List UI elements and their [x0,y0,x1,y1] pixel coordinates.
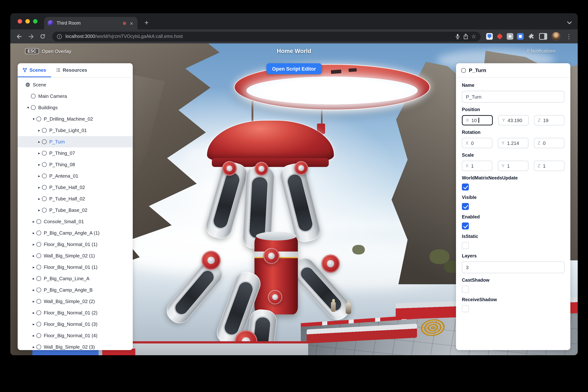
castshadow-checkbox[interactable] [462,286,469,293]
tab-close-icon[interactable]: × [129,20,134,26]
tree-row[interactable]: ▸P_Tube_Light_01 [18,125,133,136]
isstatic-checkbox[interactable] [462,242,469,249]
tree-row[interactable]: ▸P_Thing_07 [18,148,133,159]
tree-row[interactable]: ▸Wall_Big_Simple_02 (1) [18,250,133,262]
rotation-x-input[interactable]: X0 [462,138,492,148]
expander-closed-icon[interactable]: ▸ [36,128,42,132]
enabled-checkbox[interactable] [462,222,469,230]
bookmark-star-icon[interactable]: ☆ [471,33,476,40]
expander-closed-icon[interactable]: ▸ [31,220,36,224]
side-panel-icon[interactable] [538,31,548,42]
expander-closed-icon[interactable]: ▸ [31,242,36,246]
tree-row[interactable]: ▸Wall_Big_Simple_02 (2) [18,296,133,307]
expander-closed-icon[interactable]: ▸ [36,197,42,201]
expander-closed-icon[interactable]: ▸ [36,174,42,178]
profile-avatar[interactable] [552,32,560,41]
name-input[interactable]: P_Turn [462,91,564,102]
new-tab-button[interactable]: + [142,18,151,27]
reload-button[interactable] [38,31,48,42]
expander-closed-icon[interactable]: ▸ [36,185,42,190]
tree-row[interactable]: ▸P_Tube_Half_02 [18,182,133,193]
visible-checkbox[interactable] [462,203,469,210]
extension-shield-icon[interactable] [486,33,493,40]
property-label: ReceiveShadow [462,297,564,302]
property-label: Enabled [462,214,564,220]
expander-closed-icon[interactable]: ▸ [31,322,36,326]
text-caret [478,118,479,123]
worldmatrixneedsupdate-checkbox[interactable] [462,184,469,190]
scale-x-input[interactable]: X1 [462,161,492,171]
expander-closed-icon[interactable]: ▸ [31,254,36,258]
site-info-icon[interactable] [57,34,62,39]
expander-closed-icon[interactable]: ▸ [31,311,36,315]
tab-scenes[interactable]: Scenes [18,63,51,77]
expander-open-icon[interactable]: ▾ [31,117,36,121]
extension-red-icon[interactable] [496,33,503,40]
position-z-input[interactable]: Z19 [534,115,564,126]
tree-row[interactable]: ▸Floor_Big_Normal_01 (3) [18,318,133,330]
rotation-y-input[interactable]: Y1.214 [498,138,528,148]
expander-closed-icon[interactable]: ▸ [36,208,42,212]
tree-label: Wall_Big_Simple_02 (2) [44,298,95,304]
zoom-window-button[interactable] [33,19,38,24]
url-bar[interactable]: localhost:3000/world/!vjrzmTVOcyIsLgaAkA… [52,32,480,41]
position-x-input[interactable]: X10 [462,115,493,126]
tree-row[interactable]: ▸P_Antena_01 [18,170,133,182]
tree-row[interactable]: ▾P_Drilling_Machine_02 [18,113,133,125]
extension-gray-icon[interactable] [507,33,513,40]
tree-row[interactable]: ▸P_Big_Camp_Line_A [18,273,133,284]
expander-closed-icon[interactable]: ▸ [36,151,42,155]
expander-closed-icon[interactable]: ▸ [31,299,36,304]
layers-input[interactable]: 3 [462,262,564,273]
drill-ring-selected [234,64,430,110]
tree-label: P_Thing_07 [49,150,75,156]
tree-row[interactable]: ▸Wall_Big_Simple_02 (3) [18,341,133,350]
tree-row[interactable]: ▸P_Tube_Base_02 [18,204,133,216]
back-button[interactable] [14,31,24,42]
tree-row[interactable]: Scene [18,79,133,90]
receiveshadow-checkbox[interactable] [462,305,469,312]
extensions-puzzle-icon[interactable] [526,31,536,42]
tree-row[interactable]: ▸P_Big_Camp_Angle_B [18,284,133,296]
expander-closed-icon[interactable]: ▸ [31,288,36,292]
drill-joint [254,162,268,176]
forward-button[interactable] [26,31,36,42]
axis-value: 0 [543,140,546,146]
tree-row[interactable]: ▾Buildings [18,102,133,113]
voice-search-mic-icon[interactable] [455,34,460,39]
tab-search-chevron-icon[interactable] [568,18,571,25]
minimize-window-button[interactable] [25,19,30,24]
rotation-z-input[interactable]: Z0 [534,138,564,148]
position-y-input[interactable]: Y43.190 [498,115,529,126]
expander-closed-icon[interactable]: ▸ [31,231,36,235]
scale-y-input[interactable]: Y1 [498,161,528,171]
tree-row[interactable]: ▸P_Big_Camp_Angle_A (1) [18,227,133,239]
tree-row[interactable]: ▸Floor_Big_Normal_01 (1) [18,262,133,273]
expander-closed-icon[interactable]: ▸ [36,140,42,144]
tree-row[interactable]: ▸P_Turn [18,136,133,148]
scale-z-input[interactable]: Z1 [534,161,564,171]
menu-kebab-icon[interactable]: ⋮ [564,33,574,40]
extension-blue-icon[interactable] [517,33,524,40]
expander-closed-icon[interactable]: ▸ [31,265,36,269]
tree-row[interactable]: Main Camera [18,90,133,102]
circle-icon [42,196,47,201]
close-window-button[interactable] [18,19,22,24]
open-script-editor-button[interactable]: Open Script Editor [266,63,322,74]
expander-closed-icon[interactable]: ▸ [36,162,42,166]
share-icon[interactable] [463,34,468,39]
tree-row[interactable]: ▸Floor_Big_Normal_01 (1) [18,239,133,250]
expander-open-icon[interactable]: ▾ [25,106,31,110]
tree-row[interactable]: ▸Floor_Big_Normal_01 (2) [18,307,133,318]
drill-joint [268,290,282,304]
browser-tab[interactable]: Third Room × [44,17,138,30]
tree-row[interactable]: ▸P_Thing_08 [18,159,133,170]
tab-resources[interactable]: Resources [51,63,92,77]
tree-row[interactable]: ▸Console_Small_01 [18,216,133,227]
tree-row[interactable]: ▸P_Tube_Half_02 [18,193,133,204]
expander-closed-icon[interactable]: ▸ [31,345,36,349]
tree-row[interactable]: ▸Floor_Big_Normal_01 (4) [18,330,133,341]
expander-closed-icon[interactable]: ▸ [31,334,36,338]
property-label: Name [462,83,564,88]
expander-closed-icon[interactable]: ▸ [31,276,36,280]
